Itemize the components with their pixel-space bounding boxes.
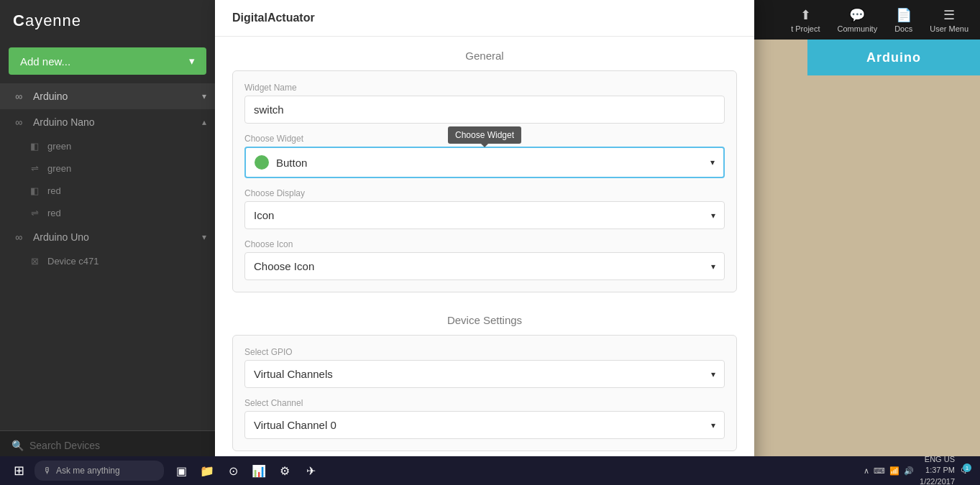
- menu-icon: ☰: [943, 7, 955, 23]
- app-logo: Cayenne: [13, 11, 81, 30]
- taskbar-search-bar[interactable]: 🎙 Ask me anything: [35, 461, 164, 481]
- signal-icon: ⇌: [27, 163, 42, 174]
- modal-title-main: Actuator: [267, 11, 315, 24]
- select-channel-field: Select Channel Virtual Channel 0 ▾: [244, 398, 725, 439]
- topbar-project-label: t Project: [791, 24, 820, 33]
- sidebar-item-green-light[interactable]: ◧ green: [0, 135, 215, 157]
- search-bar-label: Ask me anything: [56, 466, 120, 476]
- topbar-community-label: Community: [838, 24, 878, 33]
- choose-display-select[interactable]: Icon ▾: [244, 201, 725, 229]
- community-icon: 💬: [849, 7, 865, 23]
- select-gpio-label: Select GPIO: [244, 347, 725, 357]
- start-icon: ⊞: [14, 463, 24, 479]
- choose-icon-select[interactable]: Choose Icon ▾: [244, 252, 725, 280]
- sidebar-item-label: Device c471: [47, 256, 99, 267]
- sidebar-item-arduino-uno[interactable]: ∞ Arduino Uno ▾: [0, 224, 215, 250]
- choose-widget-left: Button: [255, 155, 307, 170]
- choose-icon-label: Choose Icon: [244, 239, 725, 249]
- sidebar-item-label: red: [47, 185, 61, 196]
- add-new-chevron: ▾: [189, 55, 195, 68]
- choose-widget-field: Choose Widget Button ▾ Choose Widget: [244, 134, 725, 178]
- add-new-label: Add new...: [20, 55, 70, 68]
- select-gpio-left: Virtual Channels: [254, 368, 333, 380]
- modal-body: General Widget Name Choose Widget Button…: [215, 37, 754, 477]
- sidebar-item-device-c471[interactable]: ⊠ Device c471: [0, 250, 215, 272]
- sidebar-item-red-signal[interactable]: ⇌ red: [0, 202, 215, 224]
- modal-title: DigitalActuator: [232, 11, 737, 24]
- chevron-down-icon: ▾: [711, 420, 715, 430]
- docs-icon: 📄: [896, 7, 912, 23]
- topbar-user-menu-label: User Menu: [930, 24, 968, 33]
- topbar-community[interactable]: 💬 Community: [838, 7, 878, 33]
- start-button[interactable]: ⊞: [6, 459, 32, 482]
- arduino-label: Arduino: [866, 50, 921, 65]
- taskbar-chrome[interactable]: ⊙: [221, 459, 244, 482]
- tray-volume-icon: 🔊: [904, 466, 914, 476]
- tray-time-display: ENG US 1:37 PM 1/22/2017: [920, 454, 955, 485]
- chevron-down-icon: ▾: [710, 157, 715, 167]
- chevron-down-icon: ▾: [711, 211, 715, 221]
- project-icon: ⬆: [800, 7, 811, 23]
- device-icon: ⊠: [27, 256, 42, 267]
- general-section-box: Widget Name Choose Widget Button ▾ Choos…: [232, 70, 737, 292]
- search-devices-label: Search Devices: [29, 440, 100, 451]
- modal-overlay: DigitalActuator General Widget Name Choo…: [215, 0, 754, 485]
- taskbar-explorer[interactable]: 📁: [196, 459, 219, 482]
- choose-icon-field: Choose Icon Choose Icon ▾: [244, 239, 725, 280]
- topbar-docs[interactable]: 📄 Docs: [894, 7, 912, 33]
- select-gpio-value: Virtual Channels: [254, 368, 333, 380]
- sidebar-item-green-signal[interactable]: ⇌ green: [0, 157, 215, 180]
- infinity-icon: ∞: [12, 91, 26, 102]
- app-header: Cayenne: [0, 0, 215, 42]
- taskbar-taskview[interactable]: ▣: [170, 459, 193, 482]
- sidebar-item-arduino[interactable]: ∞ Arduino ▾: [0, 83, 215, 109]
- sidebar-item-label: Arduino Nano: [33, 116, 95, 128]
- sidebar-item-label: green: [47, 141, 71, 152]
- choose-icon-value: Choose Icon: [254, 260, 314, 272]
- topbar-docs-label: Docs: [894, 24, 912, 33]
- sidebar-item-arduino-nano[interactable]: ∞ Arduino Nano ▴: [0, 109, 215, 135]
- button-icon: [255, 155, 269, 170]
- chevron-up-icon: ▴: [202, 117, 206, 127]
- sidebar-item-label: Arduino Uno: [33, 231, 89, 243]
- notification-badge: 1: [963, 463, 971, 472]
- choose-widget-value: Button: [276, 157, 307, 169]
- select-gpio-field: Select GPIO Virtual Channels ▾: [244, 347, 725, 388]
- topbar-user-menu[interactable]: ☰ User Menu: [930, 7, 968, 33]
- tray-region: US: [944, 455, 955, 463]
- tray-expand-icon[interactable]: ∧: [864, 466, 869, 476]
- chevron-icon: ▾: [202, 91, 206, 101]
- add-new-button[interactable]: Add new... ▾: [9, 47, 206, 75]
- sidebar-item-label: Arduino: [33, 91, 68, 102]
- choose-widget-select[interactable]: Button ▾: [244, 147, 725, 178]
- choose-icon-left: Choose Icon: [254, 260, 314, 272]
- choose-display-value: Icon: [254, 209, 274, 221]
- infinity-icon: ∞: [12, 116, 26, 128]
- taskbar-other-app[interactable]: ✈: [299, 459, 322, 482]
- taskbar-tray: ∧ ⌨ 📶 🔊 ENG US 1:37 PM 1/22/2017 🗨 1: [864, 454, 974, 485]
- tray-lang-region: ENG US: [920, 454, 955, 465]
- tray-icons: ∧ ⌨ 📶 🔊: [864, 466, 914, 476]
- tray-wifi-icon: 📶: [889, 466, 899, 476]
- tile-icon: ◧: [27, 141, 42, 152]
- sidebar-item-label: green: [47, 163, 71, 174]
- tray-keyboard-icon: ⌨: [874, 466, 885, 476]
- choose-widget-label: Choose Widget: [244, 134, 725, 144]
- topbar-project[interactable]: ⬆ t Project: [791, 7, 820, 33]
- select-gpio-select[interactable]: Virtual Channels ▾: [244, 360, 725, 388]
- modal-header: DigitalActuator: [215, 0, 754, 37]
- sidebar-item-red-light[interactable]: ◧ red: [0, 180, 215, 202]
- signal-icon: ⇌: [27, 208, 42, 218]
- search-devices-bar[interactable]: 🔍 Search Devices: [0, 430, 215, 460]
- taskbar-powerpoint[interactable]: 📊: [247, 459, 270, 482]
- chevron-down-icon: ▾: [711, 369, 715, 379]
- infinity-icon: ∞: [12, 231, 26, 243]
- widget-name-input[interactable]: [244, 96, 725, 124]
- tile-icon: ◧: [27, 185, 42, 196]
- search-icon: 🔍: [12, 440, 24, 451]
- select-channel-left: Virtual Channel 0: [254, 419, 336, 431]
- notification-area[interactable]: 🗨 1: [961, 466, 968, 475]
- select-channel-select[interactable]: Virtual Channel 0 ▾: [244, 411, 725, 439]
- widget-name-field: Widget Name: [244, 83, 725, 124]
- taskbar-arduino-ide[interactable]: ⚙: [273, 459, 296, 482]
